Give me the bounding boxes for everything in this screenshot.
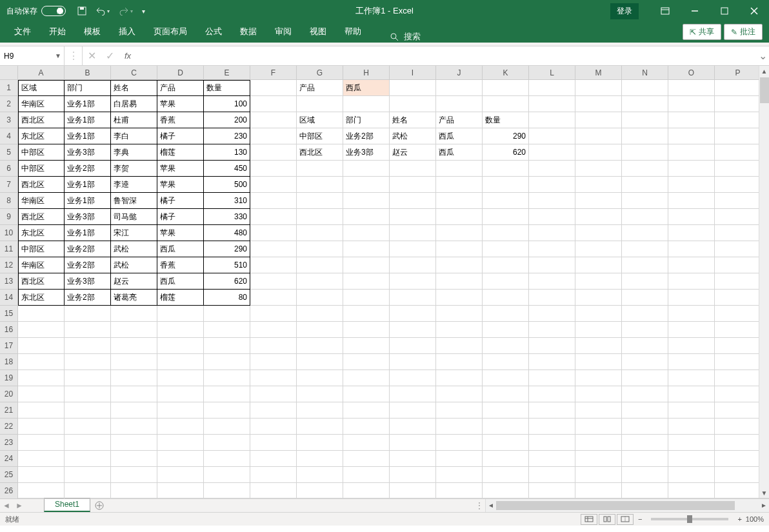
cell-O3[interactable]	[668, 112, 715, 128]
cell-C2[interactable]: 白居易	[111, 96, 157, 112]
cell-P17[interactable]	[715, 338, 761, 354]
row-header-2[interactable]: 2	[0, 96, 17, 112]
cell-P24[interactable]	[715, 451, 761, 467]
tell-me-search[interactable]: 搜索	[390, 31, 421, 43]
tab-formulas[interactable]: 公式	[196, 22, 231, 43]
cell-P25[interactable]	[715, 467, 761, 483]
cell-K5[interactable]: 620	[483, 144, 529, 161]
cell-J14[interactable]	[436, 290, 483, 306]
cell-M13[interactable]	[575, 273, 622, 290]
cell-D16[interactable]	[157, 322, 204, 338]
cell-K20[interactable]	[483, 386, 529, 402]
cell-I25[interactable]	[390, 467, 436, 483]
cell-I9[interactable]	[390, 209, 436, 225]
cell-I13[interactable]	[390, 273, 436, 290]
row-header-21[interactable]: 21	[0, 402, 17, 419]
col-header-E[interactable]: E	[204, 66, 250, 79]
cell-D22[interactable]	[157, 419, 204, 435]
cell-A23[interactable]	[18, 435, 65, 451]
cell-H24[interactable]	[343, 451, 390, 467]
cell-D2[interactable]: 苹果	[157, 96, 204, 112]
cell-A8[interactable]: 华南区	[18, 193, 65, 209]
cell-L4[interactable]	[529, 128, 575, 144]
cell-J1[interactable]	[436, 80, 483, 96]
cell-G11[interactable]	[297, 241, 343, 257]
cell-E14[interactable]: 80	[204, 290, 250, 306]
cell-H5[interactable]: 业务3部	[343, 144, 390, 161]
cell-P10[interactable]	[715, 225, 761, 241]
cell-I19[interactable]	[390, 370, 436, 386]
cell-F20[interactable]	[250, 386, 297, 402]
cell-E20[interactable]	[204, 386, 250, 402]
cell-D3[interactable]: 香蕉	[157, 112, 204, 128]
cell-E23[interactable]	[204, 435, 250, 451]
redo-button[interactable]: ▾	[119, 6, 133, 15]
cell-J13[interactable]	[436, 273, 483, 290]
cell-K12[interactable]	[483, 257, 529, 273]
row-headers[interactable]: 1234567891011121314151617181920212223242…	[0, 80, 18, 499]
cell-F17[interactable]	[250, 338, 297, 354]
cell-G12[interactable]	[297, 257, 343, 273]
cell-N17[interactable]	[622, 338, 668, 354]
sheet-nav-prev[interactable]: ◄	[0, 498, 13, 512]
cell-E17[interactable]	[204, 338, 250, 354]
cell-A2[interactable]: 华南区	[18, 96, 65, 112]
cell-L14[interactable]	[529, 290, 575, 306]
cell-M17[interactable]	[575, 338, 622, 354]
cell-J19[interactable]	[436, 370, 483, 386]
cell-M18[interactable]	[575, 354, 622, 370]
cell-M14[interactable]	[575, 290, 622, 306]
cell-E16[interactable]	[204, 322, 250, 338]
cell-G24[interactable]	[297, 451, 343, 467]
cell-O12[interactable]	[668, 257, 715, 273]
cell-J21[interactable]	[436, 402, 483, 419]
chevron-down-icon[interactable]: ▼	[55, 52, 61, 59]
cell-J23[interactable]	[436, 435, 483, 451]
tab-view[interactable]: 视图	[301, 22, 335, 43]
cell-E18[interactable]	[204, 354, 250, 370]
cell-D12[interactable]: 香蕉	[157, 257, 204, 273]
scroll-down-icon[interactable]: ▼	[759, 488, 769, 498]
cell-E6[interactable]: 450	[204, 161, 250, 177]
row-header-25[interactable]: 25	[0, 467, 17, 483]
view-pagebreak-button[interactable]	[617, 514, 634, 525]
cell-D4[interactable]: 橘子	[157, 128, 204, 144]
col-header-H[interactable]: H	[343, 66, 390, 79]
cell-I12[interactable]	[390, 257, 436, 273]
cell-B13[interactable]: 业务3部	[65, 273, 111, 290]
cell-J15[interactable]	[436, 306, 483, 322]
cell-O17[interactable]	[668, 338, 715, 354]
row-header-10[interactable]: 10	[0, 225, 17, 241]
cell-K21[interactable]	[483, 402, 529, 419]
cell-B9[interactable]: 业务3部	[65, 209, 111, 225]
cell-D8[interactable]: 橘子	[157, 193, 204, 209]
cell-A21[interactable]	[18, 402, 65, 419]
row-header-17[interactable]: 17	[0, 338, 17, 354]
cell-N20[interactable]	[622, 386, 668, 402]
cell-D5[interactable]: 榴莲	[157, 144, 204, 161]
cell-M9[interactable]	[575, 209, 622, 225]
name-box-input[interactable]	[4, 52, 49, 61]
cell-P15[interactable]	[715, 306, 761, 322]
cell-K1[interactable]	[483, 80, 529, 96]
cell-M15[interactable]	[575, 306, 622, 322]
cell-J26[interactable]	[436, 483, 483, 499]
cell-I5[interactable]: 赵云	[390, 144, 436, 161]
cell-D21[interactable]	[157, 402, 204, 419]
cell-L3[interactable]	[529, 112, 575, 128]
cell-N21[interactable]	[622, 402, 668, 419]
cell-H21[interactable]	[343, 402, 390, 419]
cell-F9[interactable]	[250, 209, 297, 225]
cell-P18[interactable]	[715, 354, 761, 370]
cell-J2[interactable]	[436, 96, 483, 112]
cell-A11[interactable]: 中部区	[18, 241, 65, 257]
cell-B8[interactable]: 业务1部	[65, 193, 111, 209]
cell-L13[interactable]	[529, 273, 575, 290]
cell-J5[interactable]: 西瓜	[436, 144, 483, 161]
cell-F16[interactable]	[250, 322, 297, 338]
cell-A19[interactable]	[18, 370, 65, 386]
cell-P16[interactable]	[715, 322, 761, 338]
cell-O26[interactable]	[668, 483, 715, 499]
cell-O6[interactable]	[668, 161, 715, 177]
cell-M8[interactable]	[575, 193, 622, 209]
